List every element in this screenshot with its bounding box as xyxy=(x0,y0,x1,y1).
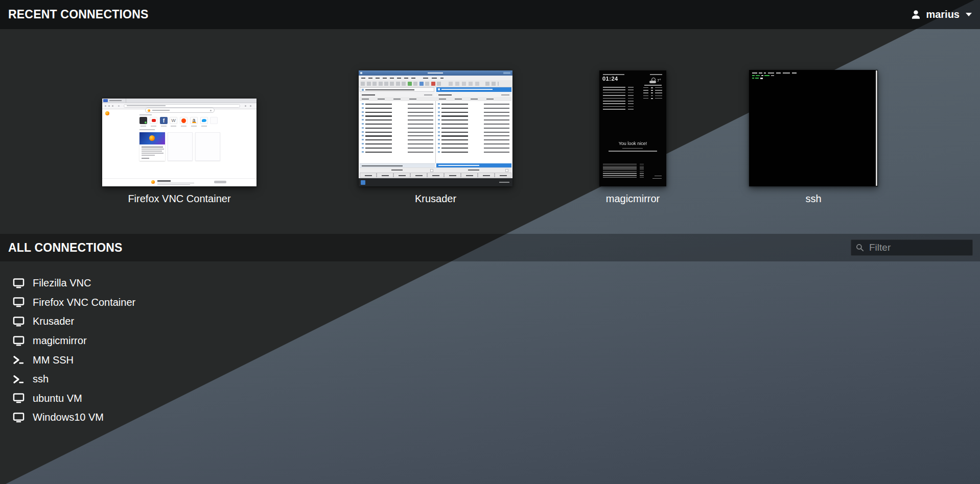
mm-date-line xyxy=(603,74,624,75)
left-pane-address-bar xyxy=(360,87,434,92)
connection-name: Windows10 VM xyxy=(33,412,104,423)
user-menu[interactable]: marius xyxy=(911,9,972,20)
connection-name: ubuntu VM xyxy=(33,393,82,404)
right-pane-address-bar-active xyxy=(436,87,511,92)
taskbar xyxy=(359,178,512,186)
all-connections-title: ALL CONNECTIONS xyxy=(8,241,123,255)
right-file-pane xyxy=(436,101,511,163)
recent-connections-row: f W a xyxy=(0,29,980,233)
window-title-bar xyxy=(359,70,512,76)
mm-subline2 xyxy=(609,151,657,152)
connection-name: Firefox VNC Container xyxy=(33,297,135,308)
magicmirror-thumbnail: 01:24 7° You look nice! xyxy=(599,70,666,186)
filter-input[interactable] xyxy=(868,241,968,254)
left-file-pane xyxy=(360,101,435,163)
monitor-icon xyxy=(13,297,25,307)
recent-connection-firefox-vnc-container[interactable]: f W a xyxy=(102,99,256,205)
browser-promo-card xyxy=(139,132,165,161)
recent-connection-label: Firefox VNC Container xyxy=(128,193,230,205)
user-name: marius xyxy=(926,9,960,20)
mm-footer-line xyxy=(655,176,662,176)
all-connections-bar: ALL CONNECTIONS xyxy=(0,234,980,261)
recent-connection-label: ssh xyxy=(805,193,821,205)
ssh-terminal-thumbnail xyxy=(749,70,878,186)
filter-box xyxy=(851,239,973,256)
connection-name: MM SSH xyxy=(33,354,74,366)
connection-name: magicmirror xyxy=(33,335,87,347)
terminal-icon xyxy=(13,374,25,384)
mm-news-feed xyxy=(603,164,645,179)
mm-compliment: You look nice! xyxy=(599,141,666,146)
browser-footer xyxy=(102,178,256,186)
terminal-icon xyxy=(13,355,25,365)
recent-connection-magicmirror[interactable]: 01:24 7° You look nice! xyxy=(599,70,666,205)
mm-clock: 01:24 xyxy=(602,76,618,82)
mm-weather: 7° xyxy=(642,74,664,104)
firefox-thumbnail: f W a xyxy=(102,99,256,186)
terminal-output-lines xyxy=(749,70,878,82)
monitor-icon xyxy=(13,317,25,327)
recent-connection-label: magicmirror xyxy=(606,193,660,205)
monitor-icon xyxy=(13,413,25,423)
terminal-scrollbar xyxy=(876,70,877,186)
mm-subline xyxy=(622,148,643,149)
mm-temperature: 7° xyxy=(657,78,661,83)
monitor-icon xyxy=(13,393,25,403)
connection-row-mm-ssh[interactable]: MM SSH xyxy=(0,350,94,370)
connection-row-ssh[interactable]: ssh xyxy=(0,370,69,389)
krusader-thumbnail xyxy=(359,70,512,186)
connection-name: ssh xyxy=(33,373,49,385)
connection-name: Filezilla VNC xyxy=(33,277,91,289)
function-key-buttons xyxy=(360,173,511,178)
toolbar xyxy=(359,80,512,87)
header-bar: RECENT CONNECTIONS marius xyxy=(0,0,980,29)
connection-row-filezilla-vnc[interactable]: Filezilla VNC xyxy=(0,274,111,293)
recent-connection-label: Krusader xyxy=(415,193,456,205)
right-pane-status-bar-active xyxy=(436,163,511,167)
user-icon xyxy=(911,9,921,20)
browser-empty-card xyxy=(195,132,220,161)
monitor-icon xyxy=(13,278,25,288)
browser-empty-card xyxy=(168,132,193,161)
highlights-label xyxy=(139,129,155,130)
mm-calendar xyxy=(603,87,634,111)
connection-row-firefox-vnc-container[interactable]: Firefox VNC Container xyxy=(0,293,156,312)
connection-row-ubuntu-vm[interactable]: ubuntu VM xyxy=(0,389,103,408)
connection-row-magicmirror[interactable]: magicmirror xyxy=(0,331,107,351)
caret-down-icon xyxy=(966,13,972,16)
connection-row-krusader[interactable]: Krusader xyxy=(0,312,95,331)
recent-connection-ssh[interactable]: ssh xyxy=(749,70,878,205)
connection-row-windows10-vm[interactable]: Windows10 VM xyxy=(0,408,124,427)
all-connections-list: Filezilla VNC Firefox VNC Container Krus… xyxy=(0,274,156,427)
mm-footer-line2 xyxy=(652,178,662,179)
recent-connection-krusader[interactable]: Krusader xyxy=(359,70,512,205)
page-title: RECENT CONNECTIONS xyxy=(8,8,149,21)
totals-row xyxy=(360,167,511,173)
monitor-icon xyxy=(13,336,25,346)
connection-name: Krusader xyxy=(33,316,74,327)
search-icon xyxy=(856,244,864,252)
